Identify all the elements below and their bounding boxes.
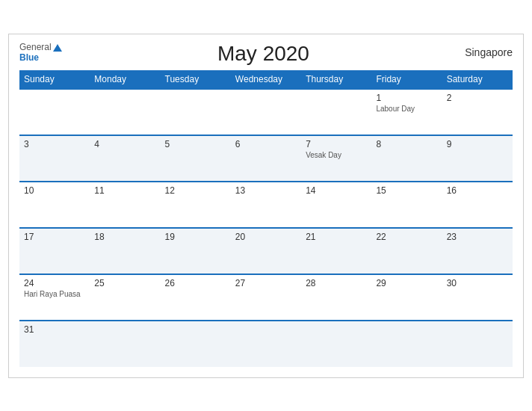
day-header-friday: Friday <box>371 70 442 89</box>
calendar-cell: 8 <box>371 135 442 182</box>
calendar-cell <box>231 321 301 367</box>
calendar-cell: 16 <box>442 182 513 228</box>
calendar-cell <box>161 89 231 135</box>
day-number: 24 <box>24 278 85 288</box>
holiday-name: Vesak Day <box>306 151 367 159</box>
calendar-cell <box>301 89 371 135</box>
day-number: 27 <box>235 278 297 288</box>
day-number: 28 <box>306 278 367 288</box>
calendar-cell: 1Labour Day <box>371 89 442 135</box>
day-number: 31 <box>24 324 85 335</box>
day-number: 17 <box>24 232 85 242</box>
calendar-cell: 19 <box>161 228 231 274</box>
calendar-week-row: 10111213141516 <box>19 182 513 228</box>
day-number: 30 <box>447 278 508 288</box>
calendar-week-row: 17181920212223 <box>19 228 513 274</box>
day-header-monday: Monday <box>90 70 160 89</box>
calendar-cell: 23 <box>442 228 513 274</box>
day-header-wednesday: Wednesday <box>231 70 301 89</box>
calendar-week-row: 31 <box>19 321 513 367</box>
days-header-row: SundayMondayTuesdayWednesdayThursdayFrid… <box>19 70 513 89</box>
day-number: 22 <box>376 232 437 242</box>
calendar-cell: 26 <box>161 274 231 321</box>
calendar-cell <box>19 89 90 135</box>
day-number: 25 <box>94 278 155 288</box>
logo-triangle-icon <box>53 44 62 52</box>
calendar-title: May 2020 <box>62 42 465 66</box>
calendar-cell: 13 <box>231 182 301 228</box>
calendar: General Blue May 2020 Singapore SundayMo… <box>8 34 524 378</box>
day-number: 1 <box>376 93 437 103</box>
day-number: 12 <box>165 185 226 196</box>
day-header-sunday: Sunday <box>19 70 90 89</box>
logo-general: General <box>19 42 62 52</box>
calendar-cell: 3 <box>19 135 90 182</box>
calendar-cell: 4 <box>90 135 160 182</box>
day-number: 9 <box>447 139 508 149</box>
calendar-cell <box>161 321 231 367</box>
calendar-header: General Blue May 2020 Singapore <box>19 42 513 66</box>
day-number: 26 <box>165 278 226 288</box>
calendar-cell: 15 <box>371 182 442 228</box>
holiday-name: Hari Raya Puasa <box>24 290 85 298</box>
day-number: 15 <box>376 185 437 196</box>
calendar-cell <box>90 89 160 135</box>
calendar-cell: 28 <box>301 274 371 321</box>
calendar-cell: 31 <box>19 321 90 367</box>
day-number: 7 <box>306 139 367 149</box>
calendar-cell: 12 <box>161 182 231 228</box>
day-header-tuesday: Tuesday <box>161 70 231 89</box>
day-number: 8 <box>376 139 437 149</box>
day-number: 10 <box>24 185 85 196</box>
calendar-week-row: 34567Vesak Day89 <box>19 135 513 182</box>
logo: General Blue <box>19 42 62 64</box>
calendar-cell: 27 <box>231 274 301 321</box>
day-number: 23 <box>447 232 508 242</box>
calendar-cell: 21 <box>301 228 371 274</box>
day-number: 5 <box>165 139 226 149</box>
calendar-cell: 29 <box>371 274 442 321</box>
calendar-cell: 22 <box>371 228 442 274</box>
day-number: 29 <box>376 278 437 288</box>
calendar-cell: 20 <box>231 228 301 274</box>
day-number: 11 <box>94 185 155 196</box>
calendar-cell: 5 <box>161 135 231 182</box>
calendar-country: Singapore <box>465 42 513 58</box>
day-header-saturday: Saturday <box>442 70 513 89</box>
calendar-cell: 24Hari Raya Puasa <box>19 274 90 321</box>
day-number: 21 <box>306 232 367 242</box>
day-number: 19 <box>165 232 226 242</box>
calendar-cell: 17 <box>19 228 90 274</box>
calendar-cell: 2 <box>442 89 513 135</box>
calendar-cell <box>90 321 160 367</box>
day-number: 16 <box>447 185 508 196</box>
day-number: 2 <box>447 93 508 103</box>
calendar-cell: 25 <box>90 274 160 321</box>
calendar-cell <box>371 321 442 367</box>
day-number: 3 <box>24 139 85 149</box>
calendar-cell: 6 <box>231 135 301 182</box>
day-number: 13 <box>235 185 297 196</box>
calendar-cell: 10 <box>19 182 90 228</box>
calendar-week-row: 24Hari Raya Puasa252627282930 <box>19 274 513 321</box>
calendar-cell <box>231 89 301 135</box>
calendar-tbody: 1Labour Day234567Vesak Day89101112131415… <box>19 89 513 367</box>
day-number: 14 <box>306 185 367 196</box>
calendar-cell <box>442 321 513 367</box>
day-number: 4 <box>94 139 155 149</box>
calendar-thead: SundayMondayTuesdayWednesdayThursdayFrid… <box>19 70 513 89</box>
calendar-cell <box>301 321 371 367</box>
calendar-table: SundayMondayTuesdayWednesdayThursdayFrid… <box>19 70 513 367</box>
calendar-cell: 7Vesak Day <box>301 135 371 182</box>
calendar-cell: 9 <box>442 135 513 182</box>
day-number: 18 <box>94 232 155 242</box>
day-header-thursday: Thursday <box>301 70 371 89</box>
calendar-cell: 14 <box>301 182 371 228</box>
holiday-name: Labour Day <box>376 105 437 113</box>
day-number: 6 <box>235 139 297 149</box>
day-number: 20 <box>235 232 297 242</box>
calendar-cell: 18 <box>90 228 160 274</box>
calendar-cell: 11 <box>90 182 160 228</box>
logo-blue: Blue <box>19 52 62 63</box>
calendar-week-row: 1Labour Day2 <box>19 89 513 135</box>
